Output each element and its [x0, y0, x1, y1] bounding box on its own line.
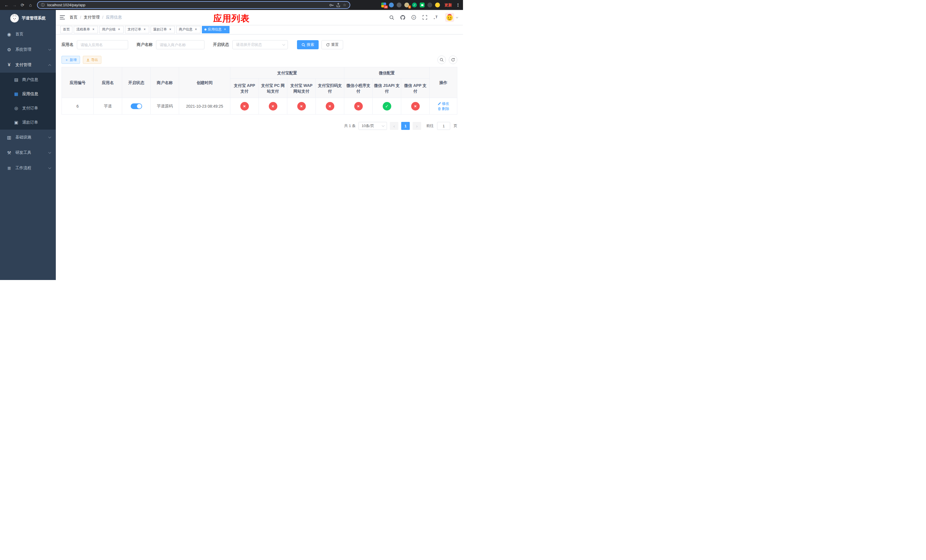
browser-menu-icon[interactable]: ⋮ [456, 3, 460, 8]
reload-icon[interactable]: ⟳ [19, 2, 26, 9]
edit-label: 修改 [442, 101, 449, 106]
tab-user-group[interactable]: 用户分组× [99, 26, 124, 33]
tab-label: 应用信息 [208, 27, 221, 32]
tools-icon: ⚒ [6, 150, 12, 156]
goto-label: 前往 [426, 123, 434, 129]
infra-icon: ▥ [6, 135, 12, 140]
refresh-button[interactable] [449, 56, 457, 64]
avatar-image [445, 13, 454, 22]
address-bar[interactable]: ⓘ localhost:1024/pay/app ☆ [37, 1, 350, 9]
pay-order-icon: ◎ [13, 106, 20, 111]
prev-page-button[interactable]: ‹ [390, 122, 398, 130]
add-button[interactable]: ＋ 新增 [62, 56, 80, 64]
forward-icon[interactable]: → [11, 2, 18, 9]
chrome-update-button[interactable]: 更新 [445, 3, 452, 8]
extension-dark-icon[interactable] [396, 3, 401, 8]
page-size-select[interactable]: 10条/页 [359, 122, 387, 130]
breadcrumb-separator: / [102, 15, 103, 20]
merchant-card-icon: ▤ [13, 77, 20, 82]
status-toggle[interactable] [131, 103, 142, 109]
app-name-label: 应用名 [62, 42, 73, 47]
close-icon[interactable]: × [117, 28, 121, 32]
breadcrumb-current: 应用信息 [106, 15, 122, 20]
font-size-icon[interactable]: T [433, 14, 439, 21]
sidebar-item-refund-orders[interactable]: ▣ 退款订单 [0, 115, 56, 130]
extension-avatar-icon[interactable]: 1 [404, 3, 409, 8]
top-navbar: 首页 / 支付管理 / 应用信息 ? [56, 10, 463, 25]
sidebar-item-devtools[interactable]: ⚒ 研发工具 [0, 145, 56, 160]
sidebar-item-system[interactable]: ⚙ 系统管理 [0, 42, 56, 57]
home-icon[interactable]: ⌂ [27, 2, 34, 9]
search-button-label: 搜索 [307, 42, 314, 47]
goto-page-input[interactable] [437, 122, 450, 130]
sidebar-item-merchant-info[interactable]: ▤ 商户信息 [0, 73, 56, 87]
close-icon[interactable]: × [168, 28, 172, 32]
close-icon[interactable]: × [143, 28, 147, 32]
close-icon[interactable]: × [91, 28, 95, 32]
github-icon[interactable] [399, 14, 406, 21]
tab-home[interactable]: 首页 [61, 26, 72, 33]
page-number-current[interactable]: 1 [401, 122, 410, 130]
col-header-app-id: 应用编号 [62, 67, 94, 98]
help-icon[interactable]: ? [411, 14, 417, 21]
hamburger-icon[interactable] [60, 15, 65, 20]
extension-check-icon[interactable]: ✓ [412, 3, 417, 8]
svg-text:T: T [436, 15, 438, 19]
export-button[interactable]: 导出 [83, 56, 101, 64]
col-header-wx-app: 微信 APP 支付 [401, 79, 430, 98]
sidebar-item-label: 基础设施 [15, 135, 49, 140]
status-label: 开启状态 [213, 42, 229, 47]
delete-button[interactable]: 删除 [438, 106, 449, 111]
extension-chat-icon[interactable] [420, 3, 425, 8]
close-icon[interactable]: × [223, 28, 227, 32]
app-name-input[interactable] [77, 40, 128, 49]
alipay-app-status-icon: × [240, 102, 249, 110]
extension-drop-icon[interactable] [389, 3, 394, 8]
breadcrumb-home[interactable]: 首页 [70, 15, 77, 20]
sidebar-item-pay-orders[interactable]: ◎ 支付订单 [0, 101, 56, 115]
refund-doc-icon: ▣ [13, 120, 20, 125]
extensions-puzzle-icon[interactable] [427, 3, 432, 8]
search-icon[interactable] [388, 14, 395, 21]
close-icon[interactable]: × [194, 28, 198, 32]
tab-merchant-info[interactable]: 商户信息× [176, 26, 200, 33]
tab-pay-orders[interactable]: 支付订单× [125, 26, 149, 33]
sidebar-item-infra[interactable]: ▥ 基础设施 [0, 130, 56, 145]
extension-grid-icon[interactable]: 10 [381, 3, 386, 8]
url-text[interactable]: localhost:1024/pay/app [47, 3, 327, 7]
col-header-alipay-pc: 支付宝 PC 网站支付 [259, 79, 287, 98]
password-key-icon[interactable] [329, 3, 334, 8]
chevron-down-icon [48, 166, 51, 169]
sidebar-item-home[interactable]: ◉ 首页 [0, 26, 56, 42]
user-avatar[interactable] [445, 13, 458, 22]
search-button[interactable]: 搜索 [297, 40, 319, 49]
back-icon[interactable]: ← [3, 2, 10, 9]
sidebar-item-app-info[interactable]: ▦ 应用信息 [0, 87, 56, 101]
goto-suffix: 页 [454, 123, 457, 129]
sidebar-item-workflow[interactable]: ≣ 工作流程 [0, 160, 56, 176]
bookmark-star-icon[interactable]: ☆ [343, 3, 346, 7]
breadcrumb-payment[interactable]: 支付管理 [84, 15, 100, 20]
chevron-down-icon [456, 16, 458, 18]
status-select[interactable]: 请选择开启状态 [232, 40, 288, 49]
reset-button[interactable]: 重置 [321, 40, 343, 49]
toggle-search-button[interactable] [437, 56, 446, 64]
cell-status [122, 98, 151, 115]
site-info-icon[interactable]: ⓘ [41, 3, 45, 8]
tab-process-form[interactable]: 流程表单× [74, 26, 98, 33]
col-header-alipay-app: 支付宝 APP 支付 [230, 79, 259, 98]
share-icon[interactable] [336, 3, 340, 8]
tab-refund-orders[interactable]: 退款订单× [151, 26, 175, 33]
next-page-button[interactable]: › [413, 122, 421, 130]
edit-button[interactable]: 修改 [438, 101, 449, 106]
fullscreen-icon[interactable] [422, 14, 428, 21]
wx-lite-status-icon: × [354, 102, 363, 110]
col-header-alipay-wap: 支付宝 WAP 网站支付 [287, 79, 316, 98]
merchant-name-input[interactable] [156, 40, 204, 49]
col-header-wx-jsapi: 微信 JSAPI 支付 [373, 79, 401, 98]
col-header-wx-lite: 微信小程序支付 [344, 79, 373, 98]
profile-avatar-icon[interactable] [435, 3, 440, 8]
tab-app-info[interactable]: 应用信息× [202, 26, 230, 33]
extension-badge: 10 [384, 5, 388, 9]
sidebar-item-payment[interactable]: ¥ 支付管理 [0, 57, 56, 73]
